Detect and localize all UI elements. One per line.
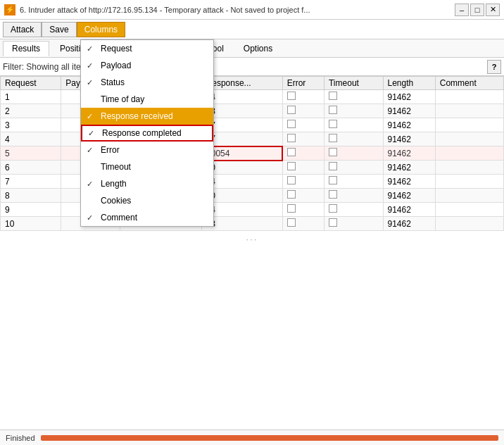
cell-timeout [324, 203, 383, 217]
cell-comment [435, 132, 503, 146]
checkbox[interactable] [329, 148, 337, 156]
col-error[interactable]: Error [282, 77, 324, 90]
menu-item-cookies[interactable]: Cookies [81, 192, 213, 209]
check-icon: ✓ [87, 112, 98, 121]
checkbox[interactable] [287, 134, 296, 142]
cell-request: 10 [1, 217, 61, 231]
cell-error [282, 132, 324, 146]
check-icon: ✓ [87, 213, 98, 222]
cell-length: 91462 [383, 104, 435, 118]
table-row[interactable]: 2404391462 [1, 104, 504, 118]
menu-item-response-received[interactable]: ✓Response received [81, 108, 213, 125]
checkbox[interactable] [329, 162, 337, 170]
checkbox[interactable] [329, 120, 337, 128]
checkbox[interactable] [287, 218, 296, 227]
checkbox[interactable] [329, 218, 337, 227]
cell-request: 7 [1, 175, 61, 189]
checkbox[interactable] [287, 190, 296, 199]
table-row[interactable]: 8364091462 [1, 189, 504, 203]
save-button[interactable]: Save [42, 22, 76, 37]
cell-timeout [324, 161, 383, 175]
col-length[interactable]: Length [383, 77, 435, 90]
col-comment[interactable]: Comment [435, 77, 503, 90]
check-icon: ✓ [87, 44, 98, 54]
table-row[interactable]: 3516791462 [1, 118, 504, 132]
menu-item-label: Timeout [101, 162, 208, 172]
cell-error [282, 203, 324, 217]
table-row[interactable]: 7394491462 [1, 175, 504, 189]
checkbox[interactable] [287, 204, 296, 213]
cell-timeout [324, 118, 383, 132]
progress-bar [41, 435, 498, 441]
cell-timeout [324, 175, 383, 189]
menu-item-status[interactable]: ✓Status [81, 74, 213, 91]
menu-item-label: Response received [101, 111, 208, 121]
columns-button[interactable]: Columns [77, 22, 125, 37]
filter-text: Filter: Showing all items [3, 62, 487, 72]
menu-item-label: Time of day [101, 94, 208, 104]
main-content: Request Payload Response... Response... … [0, 76, 504, 445]
menu-item-payload[interactable]: ✓Payload [81, 57, 213, 74]
checkbox[interactable] [329, 134, 337, 142]
cell-error [282, 217, 324, 231]
table-container[interactable]: Request Payload Response... Response... … [0, 76, 504, 445]
close-button[interactable]: ✕ [486, 4, 500, 16]
attack-button[interactable]: Attack [3, 22, 42, 37]
checkbox[interactable] [287, 176, 296, 184]
cell-request: 2 [1, 104, 61, 118]
cell-comment [435, 175, 503, 189]
tab-results[interactable]: Results [3, 41, 49, 56]
col-request[interactable]: Request [1, 77, 61, 90]
menu-item-response-completed[interactable]: ✓Response completed [81, 125, 213, 142]
checkbox[interactable] [329, 204, 337, 213]
maximize-button[interactable]: □ [470, 4, 484, 16]
cell-request: 3 [1, 118, 61, 132]
menu-item-comment[interactable]: ✓Comment [81, 209, 213, 226]
menu-item-length[interactable]: ✓Length [81, 175, 213, 192]
tab-bar: Results Positions Payloads Resource Pool… [0, 39, 504, 58]
checkbox[interactable] [329, 92, 337, 100]
table-row[interactable]: 5100491005491462 [1, 146, 504, 161]
checkbox[interactable] [329, 106, 337, 114]
checkbox[interactable] [287, 162, 296, 170]
table-row[interactable]: 6364091462 [1, 161, 504, 175]
menu-item-label: Error [101, 145, 208, 155]
checkbox[interactable] [287, 106, 296, 114]
table-row[interactable]: 9404491462 [1, 203, 504, 217]
menu-item-timeout[interactable]: Timeout [81, 158, 213, 175]
status-text: Finished [6, 434, 35, 442]
check-icon: ✓ [87, 180, 98, 189]
menu-item-label: Length [101, 179, 208, 189]
col-timeout[interactable]: Timeout [324, 77, 383, 90]
menu-item-label: Payload [101, 61, 208, 70]
cell-request: 6 [1, 161, 61, 175]
cell-length: 91462 [383, 203, 435, 217]
cell-length: 91462 [383, 90, 435, 104]
cell-error [282, 189, 324, 203]
tab-options[interactable]: Options [234, 41, 282, 56]
menu-item-error[interactable]: ✓Error [81, 142, 213, 158]
checkbox[interactable] [329, 190, 337, 199]
menu-item-time-of-day[interactable]: Time of day [81, 91, 213, 108]
minimize-button[interactable]: – [455, 4, 469, 16]
table-row[interactable]: 4414791462 [1, 132, 504, 146]
check-icon: ✓ [87, 146, 98, 155]
cell-length: 91462 [383, 175, 435, 189]
cell-comment [435, 90, 503, 104]
more-indicator: ··· [0, 231, 504, 247]
table-row[interactable]: 10394391462 [1, 217, 504, 231]
cell-comment [435, 203, 503, 217]
cell-comment [435, 146, 503, 161]
cell-comment [435, 104, 503, 118]
cell-timeout [324, 217, 383, 231]
menu-item-request[interactable]: ✓Request [81, 40, 213, 57]
cell-error [282, 161, 324, 175]
cell-error [282, 104, 324, 118]
checkbox[interactable] [287, 92, 296, 100]
checkbox[interactable] [329, 176, 337, 184]
checkbox[interactable] [287, 120, 296, 128]
cell-timeout [324, 189, 383, 203]
table-row[interactable]: 1414491462 [1, 90, 504, 104]
checkbox[interactable] [287, 148, 296, 156]
help-button[interactable]: ? [487, 60, 501, 74]
